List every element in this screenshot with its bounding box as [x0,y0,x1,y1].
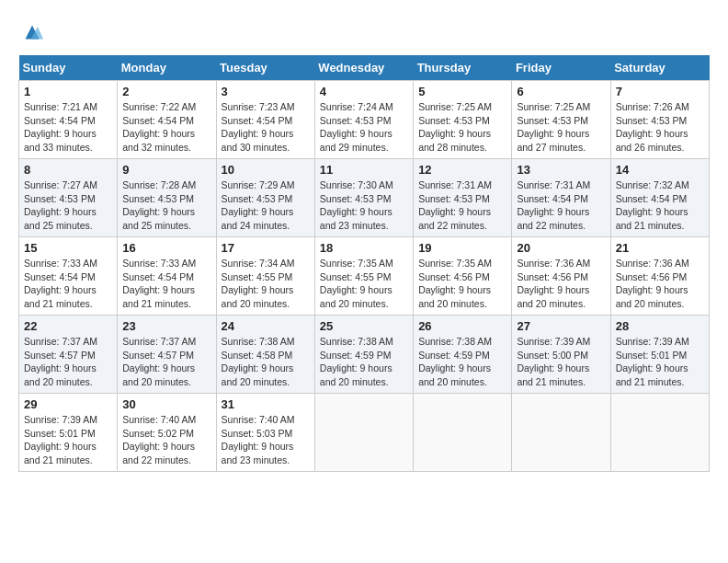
day-info: Sunrise: 7:32 AMSunset: 4:54 PMDaylight:… [616,178,704,233]
day-info: Sunrise: 7:37 AMSunset: 4:57 PMDaylight:… [24,335,112,389]
day-info: Sunrise: 7:36 AMSunset: 4:56 PMDaylight:… [616,257,704,311]
day-number: 16 [122,241,210,255]
day-info: Sunrise: 7:35 AMSunset: 4:56 PMDaylight:… [418,257,506,311]
day-info: Sunrise: 7:27 AMSunset: 4:53 PMDaylight:… [24,178,112,233]
day-number: 21 [616,241,704,255]
calendar-day-12: 12Sunrise: 7:31 AMSunset: 4:53 PMDayligh… [414,159,512,237]
page-header [18,18,710,46]
day-number: 11 [320,163,408,177]
day-header-wednesday: Wednesday [314,55,413,81]
calendar-day-26: 26Sunrise: 7:38 AMSunset: 4:59 PMDayligh… [414,316,512,394]
day-number: 31 [222,397,310,411]
day-number: 4 [320,85,408,98]
day-info: Sunrise: 7:39 AMSunset: 5:01 PMDaylight:… [24,413,112,467]
calendar-day-21: 21Sunrise: 7:36 AMSunset: 4:56 PMDayligh… [610,237,709,316]
day-info: Sunrise: 7:22 AMSunset: 4:54 PMDaylight:… [122,100,210,155]
calendar-day-30: 30Sunrise: 7:40 AMSunset: 5:02 PMDayligh… [118,394,216,472]
day-number: 3 [222,85,310,98]
calendar-table: SundayMondayTuesdayWednesdayThursdayFrid… [18,55,710,472]
day-number: 27 [517,319,605,333]
calendar-day-10: 10Sunrise: 7:29 AMSunset: 4:53 PMDayligh… [216,159,314,237]
day-number: 10 [222,163,310,177]
calendar-day-25: 25Sunrise: 7:38 AMSunset: 4:59 PMDayligh… [314,316,413,394]
day-number: 9 [122,163,210,177]
day-info: Sunrise: 7:25 AMSunset: 4:53 PMDaylight:… [418,100,506,155]
day-number: 28 [616,319,704,333]
calendar-day-27: 27Sunrise: 7:39 AMSunset: 5:00 PMDayligh… [512,316,610,394]
calendar-day-19: 19Sunrise: 7:35 AMSunset: 4:56 PMDayligh… [414,237,512,316]
day-header-thursday: Thursday [414,55,512,81]
calendar-body: 1Sunrise: 7:21 AMSunset: 4:54 PMDaylight… [19,81,710,472]
day-number: 2 [122,85,210,98]
empty-cell [314,394,413,472]
calendar-day-1: 1Sunrise: 7:21 AMSunset: 4:54 PMDaylight… [19,81,118,159]
day-info: Sunrise: 7:29 AMSunset: 4:53 PMDaylight:… [222,178,310,233]
calendar-day-9: 9Sunrise: 7:28 AMSunset: 4:53 PMDaylight… [118,159,216,237]
day-number: 18 [320,241,408,255]
day-info: Sunrise: 7:39 AMSunset: 5:01 PMDaylight:… [616,335,704,389]
day-info: Sunrise: 7:26 AMSunset: 4:53 PMDaylight:… [616,100,704,155]
day-header-friday: Friday [512,55,610,81]
day-header-saturday: Saturday [610,55,709,81]
day-number: 8 [24,163,112,177]
calendar-day-13: 13Sunrise: 7:31 AMSunset: 4:54 PMDayligh… [512,159,610,237]
empty-cell [414,394,512,472]
calendar-week-3: 15Sunrise: 7:33 AMSunset: 4:54 PMDayligh… [19,237,710,316]
day-info: Sunrise: 7:31 AMSunset: 4:53 PMDaylight:… [418,178,506,233]
calendar-day-15: 15Sunrise: 7:33 AMSunset: 4:54 PMDayligh… [19,237,118,316]
day-number: 30 [122,397,210,411]
day-info: Sunrise: 7:21 AMSunset: 4:54 PMDaylight:… [24,100,112,155]
empty-cell [610,394,709,472]
day-number: 29 [24,397,112,411]
day-number: 7 [616,85,704,98]
calendar-week-4: 22Sunrise: 7:37 AMSunset: 4:57 PMDayligh… [19,316,710,394]
day-info: Sunrise: 7:38 AMSunset: 4:59 PMDaylight:… [418,335,506,389]
day-info: Sunrise: 7:40 AMSunset: 5:03 PMDaylight:… [222,413,310,467]
calendar-day-29: 29Sunrise: 7:39 AMSunset: 5:01 PMDayligh… [19,394,118,472]
calendar-day-14: 14Sunrise: 7:32 AMSunset: 4:54 PMDayligh… [610,159,709,237]
day-header-tuesday: Tuesday [216,55,314,81]
day-number: 5 [418,85,506,98]
day-info: Sunrise: 7:39 AMSunset: 5:00 PMDaylight:… [517,335,605,389]
day-header-monday: Monday [118,55,216,81]
calendar-day-20: 20Sunrise: 7:36 AMSunset: 4:56 PMDayligh… [512,237,610,316]
day-info: Sunrise: 7:34 AMSunset: 4:55 PMDaylight:… [222,257,310,311]
calendar-week-1: 1Sunrise: 7:21 AMSunset: 4:54 PMDaylight… [19,81,710,159]
calendar-day-11: 11Sunrise: 7:30 AMSunset: 4:53 PMDayligh… [314,159,413,237]
day-number: 19 [418,241,506,255]
calendar-day-23: 23Sunrise: 7:37 AMSunset: 4:57 PMDayligh… [118,316,216,394]
day-info: Sunrise: 7:37 AMSunset: 4:57 PMDaylight:… [122,335,210,389]
day-number: 26 [418,319,506,333]
empty-cell [512,394,610,472]
day-info: Sunrise: 7:33 AMSunset: 4:54 PMDaylight:… [122,257,210,311]
calendar-day-18: 18Sunrise: 7:35 AMSunset: 4:55 PMDayligh… [314,237,413,316]
calendar-day-17: 17Sunrise: 7:34 AMSunset: 4:55 PMDayligh… [216,237,314,316]
day-number: 20 [517,241,605,255]
calendar-day-31: 31Sunrise: 7:40 AMSunset: 5:03 PMDayligh… [216,394,314,472]
calendar-day-4: 4Sunrise: 7:24 AMSunset: 4:53 PMDaylight… [314,81,413,159]
day-info: Sunrise: 7:36 AMSunset: 4:56 PMDaylight:… [517,257,605,311]
day-info: Sunrise: 7:33 AMSunset: 4:54 PMDaylight:… [24,257,112,311]
day-number: 23 [122,319,210,333]
logo [18,18,50,46]
calendar-header-row: SundayMondayTuesdayWednesdayThursdayFrid… [19,55,710,81]
day-number: 6 [517,85,605,98]
day-number: 1 [24,85,112,98]
logo-icon [18,18,46,46]
calendar-day-5: 5Sunrise: 7:25 AMSunset: 4:53 PMDaylight… [414,81,512,159]
calendar-day-28: 28Sunrise: 7:39 AMSunset: 5:01 PMDayligh… [610,316,709,394]
day-number: 22 [24,319,112,333]
calendar-day-24: 24Sunrise: 7:38 AMSunset: 4:58 PMDayligh… [216,316,314,394]
day-info: Sunrise: 7:23 AMSunset: 4:54 PMDaylight:… [222,100,310,155]
calendar-day-16: 16Sunrise: 7:33 AMSunset: 4:54 PMDayligh… [118,237,216,316]
day-number: 25 [320,319,408,333]
day-info: Sunrise: 7:40 AMSunset: 5:02 PMDaylight:… [122,413,210,467]
day-number: 13 [517,163,605,177]
calendar-day-2: 2Sunrise: 7:22 AMSunset: 4:54 PMDaylight… [118,81,216,159]
day-number: 15 [24,241,112,255]
day-number: 14 [616,163,704,177]
calendar-day-6: 6Sunrise: 7:25 AMSunset: 4:53 PMDaylight… [512,81,610,159]
calendar-day-22: 22Sunrise: 7:37 AMSunset: 4:57 PMDayligh… [19,316,118,394]
day-info: Sunrise: 7:28 AMSunset: 4:53 PMDaylight:… [122,178,210,233]
day-info: Sunrise: 7:35 AMSunset: 4:55 PMDaylight:… [320,257,408,311]
